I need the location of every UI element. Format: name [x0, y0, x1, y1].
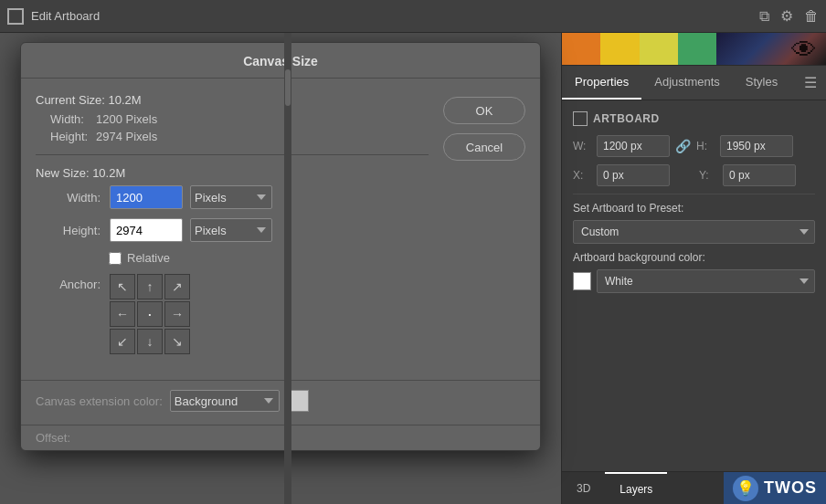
height-unit-select[interactable]: Pixels Inches Centimeters: [190, 218, 272, 242]
dialog-title: Canvas Size: [21, 43, 540, 79]
dialog-right: OK Cancel: [443, 93, 525, 365]
ok-button[interactable]: OK: [443, 97, 525, 124]
y-label: Y:: [699, 169, 717, 182]
color-strip: 👁: [562, 33, 826, 66]
w-input[interactable]: [597, 135, 670, 157]
panel-body: Artboard W: 🔗 H: X: Y: Set Artboard to P…: [562, 100, 826, 471]
swatch-green: [678, 33, 716, 65]
width-input[interactable]: [110, 185, 183, 209]
anchor-w[interactable]: ←: [110, 301, 135, 327]
h-label: H:: [696, 140, 715, 152]
top-bar-icons: ⧉ ⚙ 🗑: [759, 7, 819, 25]
tab-styles[interactable]: Styles: [733, 66, 790, 100]
x-label: X:: [573, 169, 591, 182]
top-bar-left: Edit Artboard: [7, 8, 100, 25]
h-input[interactable]: [720, 135, 793, 157]
width-label: Width:: [50, 191, 101, 205]
artboard-icon-small: [573, 111, 588, 126]
bottom-tabs: 3D Layers 💡 TWOS: [562, 471, 826, 504]
swatch-lime: [640, 33, 678, 65]
anchor-ne[interactable]: ↗: [164, 274, 190, 299]
twos-logo: 💡 TWOS: [724, 472, 826, 504]
current-height-label: Height:: [50, 130, 96, 143]
twos-bulb-icon: 💡: [733, 476, 758, 501]
anchor-grid: ↖ ↑ ↗ ← • → ↙ ↓ ↘: [110, 274, 190, 354]
bg-color-label: Artboard background color:: [573, 251, 815, 264]
height-row: Height: Pixels Inches Centimeters: [50, 218, 429, 242]
anchor-sw[interactable]: ↙: [110, 329, 135, 354]
canvas-area: Canvas Size Current Size: 10.2M Width: 1…: [0, 33, 561, 504]
current-height-value: 2974 Pixels: [96, 130, 157, 143]
artboard-icon: [7, 8, 24, 25]
cancel-button[interactable]: Cancel: [443, 133, 525, 161]
bg-color-row: White Black Transparent Other...: [573, 269, 815, 293]
current-size-label: Current Size: 10.2M: [36, 93, 429, 107]
extension-row: Canvas extension color: Background Foreg…: [21, 380, 540, 425]
bg-color-select[interactable]: White Black Transparent Other...: [597, 269, 815, 293]
settings-icon[interactable]: ⚙: [780, 7, 793, 25]
tab-properties[interactable]: Properties: [562, 66, 641, 100]
width-unit-select[interactable]: Pixels Inches Centimeters: [190, 185, 272, 209]
relative-label: Relative: [127, 251, 170, 265]
x-input[interactable]: [597, 164, 670, 186]
current-width-value: 1200 Pixels: [96, 112, 157, 126]
panel-section-header: Artboard: [573, 111, 815, 126]
preset-label: Set Artboard to Preset:: [573, 202, 815, 215]
anchor-label: Anchor:: [50, 274, 101, 291]
eye-image: 👁: [716, 33, 826, 65]
dialog-left: Current Size: 10.2M Width: 1200 Pixels H…: [36, 93, 429, 365]
swatch-orange: [562, 33, 600, 65]
relative-checkbox[interactable]: [109, 252, 122, 265]
w-label: W:: [573, 140, 591, 152]
anchor-se[interactable]: ↘: [164, 329, 190, 354]
swatch-yellow: [600, 33, 639, 65]
current-width-label: Width:: [50, 112, 96, 126]
canvas-size-dialog: Canvas Size Current Size: 10.2M Width: 1…: [20, 42, 541, 451]
anchor-row: Anchor: ↖ ↑ ↗ ← • → ↙ ↓ ↘: [50, 274, 429, 354]
canvas-scrollbar[interactable]: [284, 33, 291, 504]
bg-color-swatch[interactable]: [573, 272, 591, 290]
tab-layers[interactable]: Layers: [605, 472, 667, 504]
top-bar: Edit Artboard ⧉ ⚙ 🗑: [0, 0, 826, 33]
edit-artboard-label: Edit Artboard: [31, 9, 100, 23]
xy-row: X: Y:: [573, 164, 815, 186]
section-title: Artboard: [593, 112, 660, 125]
current-height-row: Height: 2974 Pixels: [50, 130, 429, 143]
extension-color-label: Canvas extension color:: [36, 394, 163, 408]
height-input[interactable]: [110, 218, 183, 242]
offset-label: Offset:: [36, 431, 70, 445]
anchor-s[interactable]: ↓: [137, 329, 163, 354]
height-label: Height:: [50, 224, 101, 237]
divider: [36, 154, 429, 155]
tab-adjustments[interactable]: Adjustments: [641, 66, 733, 100]
preset-select[interactable]: Custom Web Mobile Print: [573, 220, 815, 244]
dialog-body: Current Size: 10.2M Width: 1200 Pixels H…: [21, 79, 540, 380]
new-size-label: New Size: 10.2M: [36, 166, 429, 180]
relative-row: Relative: [109, 251, 429, 265]
link-icon[interactable]: 🔗: [675, 139, 691, 153]
width-row: Width: Pixels Inches Centimeters: [50, 185, 429, 209]
tab-3d[interactable]: 3D: [562, 472, 605, 504]
panel-tabs: Properties Adjustments Styles ☰: [562, 66, 826, 100]
anchor-n[interactable]: ↑: [137, 274, 163, 299]
copy-icon[interactable]: ⧉: [759, 7, 769, 25]
offset-area: Offset:: [21, 425, 540, 450]
anchor-center[interactable]: •: [137, 301, 163, 327]
panel-menu-icon[interactable]: ☰: [795, 74, 826, 91]
right-panel: 👁 Properties Adjustments Styles ☰ Artboa…: [561, 33, 826, 504]
extension-color-select[interactable]: Background Foreground White Black Other.…: [170, 390, 280, 412]
y-input[interactable]: [723, 164, 796, 186]
current-width-row: Width: 1200 Pixels: [50, 112, 429, 126]
trash-icon[interactable]: 🗑: [804, 7, 819, 25]
prop-divider: [573, 194, 815, 194]
wh-row: W: 🔗 H:: [573, 135, 815, 157]
anchor-nw[interactable]: ↖: [110, 274, 135, 299]
anchor-e[interactable]: →: [164, 301, 190, 327]
main-area: Canvas Size Current Size: 10.2M Width: 1…: [0, 33, 826, 504]
twos-text: TWOS: [764, 478, 817, 498]
